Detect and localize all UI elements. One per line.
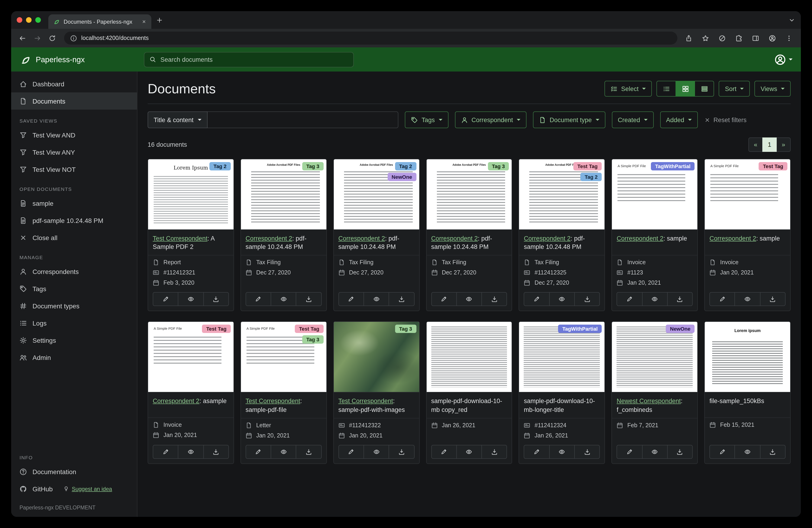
download-button[interactable] [481,292,507,306]
download-button[interactable] [296,445,322,459]
correspondent-link[interactable]: Test Correspondent [246,398,300,405]
user-menu[interactable] [774,54,793,65]
profile-button[interactable] [767,33,778,43]
sidebar-item-test-view-not[interactable]: Test View NOT [11,161,137,178]
correspondent-link[interactable]: Correspondent 2 [153,398,199,405]
sidebar-item-documents[interactable]: Documents [11,92,137,110]
view-button[interactable] [363,292,389,306]
new-tab-button[interactable] [156,16,163,24]
download-button[interactable] [481,445,507,459]
document-thumbnail[interactable]: Adobe Acrobat PDF FilesTest TagTag 2 [519,159,605,230]
tag-badge[interactable]: Test Tag [202,325,231,333]
sidebar-item-sample[interactable]: sample [11,195,137,212]
view-button[interactable] [363,445,389,459]
sidebar-item-test-view-and[interactable]: Test View AND [11,126,137,143]
download-button[interactable] [667,292,693,306]
reset-filters-button[interactable]: Reset filters [704,116,746,123]
correspondent-link[interactable]: Correspondent 2 [617,235,664,242]
download-button[interactable] [667,445,693,459]
side-panel-button[interactable] [750,32,761,45]
view-button[interactable] [735,445,760,459]
close-window-button[interactable] [17,17,22,23]
filter-field-dropdown[interactable]: Title & content [148,112,207,128]
tag-badge[interactable]: Test Tag [759,162,787,170]
sidebar-item-logs[interactable]: Logs [11,314,137,331]
tag-badge[interactable]: Tag 3 [302,162,323,170]
sidebar-item-admin[interactable]: Admin [11,349,137,366]
correspondent-link[interactable]: Correspondent 2 [709,235,756,242]
sidebar-item-test-view-any[interactable]: Test View ANY [11,143,137,161]
download-button[interactable] [203,445,229,459]
document-thumbnail[interactable] [426,322,512,393]
tag-badge[interactable]: Tag 3 [302,336,323,344]
view-button[interactable] [549,445,575,459]
correspondent-link[interactable]: Correspondent 2 [524,235,570,242]
download-button[interactable] [389,292,415,306]
download-button[interactable] [574,445,600,459]
tag-badge[interactable]: Tag 3 [488,162,509,170]
tag-badge[interactable]: NewOne [388,173,416,181]
document-thumbnail[interactable]: Adobe Acrobat PDF FilesTag 3 [426,159,512,230]
document-thumbnail[interactable]: Adobe Acrobat PDF FilesTag 2NewOne [334,159,419,230]
page-next-button[interactable]: » [776,138,791,152]
edit-button[interactable] [709,292,735,306]
tag-badge[interactable]: Tag 2 [209,162,231,170]
forward-button[interactable] [31,32,44,45]
tag-badge[interactable]: Tag 3 [395,325,416,333]
blocked-content-button[interactable] [716,32,727,45]
browser-tab[interactable]: Documents - Paperless-ngx × [48,14,151,29]
tag-badge[interactable]: Tag 2 [395,162,416,170]
view-mode-hbars-button[interactable] [695,81,714,97]
filter-created-button[interactable]: Created [612,112,653,128]
document-thumbnail[interactable]: A Simple PDF FileTest TagTag 3 [241,322,327,393]
edit-button[interactable] [246,292,271,306]
share-button[interactable] [683,32,694,45]
zoom-window-button[interactable] [35,17,41,23]
view-button[interactable] [178,292,204,306]
app-brand[interactable]: Paperless-ngx [19,54,85,65]
document-thumbnail[interactable]: TagWithPartial [519,322,605,393]
tag-badge[interactable]: NewOne [666,325,695,333]
document-thumbnail[interactable]: Adobe Acrobat PDF FilesTag 3 [241,159,327,230]
sidebar-item-github[interactable]: GitHubSuggest an idea [11,480,137,497]
tag-badge[interactable]: Test Tag [573,162,602,170]
edit-button[interactable] [524,445,550,459]
document-thumbnail[interactable]: Lorem IpsumTag 2 [148,159,233,230]
back-button[interactable] [16,32,29,45]
tab-search-chevron-icon[interactable] [788,16,795,24]
edit-button[interactable] [246,445,271,459]
edit-button[interactable] [709,445,735,459]
sort-button[interactable]: Sort [719,81,750,97]
document-thumbnail[interactable]: Tag 3 [334,322,419,393]
address-bar[interactable]: localhost:4200/documents [64,32,677,45]
sidebar-item-correspondents[interactable]: Correspondents [11,263,137,280]
view-button[interactable] [456,292,482,306]
view-mode-grid-button[interactable] [676,81,695,97]
filter-document-type-button[interactable]: Document type [533,112,605,128]
edit-button[interactable] [153,445,178,459]
download-button[interactable] [296,292,322,306]
view-button[interactable] [735,292,760,306]
edit-button[interactable] [617,292,642,306]
view-button[interactable] [271,292,296,306]
sidebar-item-settings[interactable]: Settings [11,331,137,349]
tag-badge[interactable]: TagWithPartial [558,325,602,333]
view-button[interactable] [642,445,668,459]
site-info-icon[interactable] [70,34,77,42]
filter-tags-button[interactable]: Tags [405,112,448,128]
select-button[interactable]: Select [605,81,652,97]
filter-correspondent-button[interactable]: Correspondent [455,112,526,128]
view-button[interactable] [178,445,204,459]
view-mode-list-ul-button[interactable] [657,81,676,97]
download-button[interactable] [203,292,229,306]
correspondent-link[interactable]: Test Correspondent [338,398,393,405]
sidebar-item-pdf-sample-10-24-48-pm[interactable]: pdf-sample 10.24.48 PM [11,212,137,229]
correspondent-link[interactable]: Correspondent 2 [246,235,292,242]
sidebar-item-dashboard[interactable]: Dashboard [11,75,137,92]
tab-close-button[interactable]: × [141,18,147,25]
edit-button[interactable] [153,292,178,306]
view-button[interactable] [642,292,668,306]
sidebar-link-suggest-an-idea[interactable]: Suggest an idea [63,486,112,492]
correspondent-link[interactable]: Correspondent 2 [431,235,478,242]
page-number-button[interactable]: 1 [762,138,777,152]
